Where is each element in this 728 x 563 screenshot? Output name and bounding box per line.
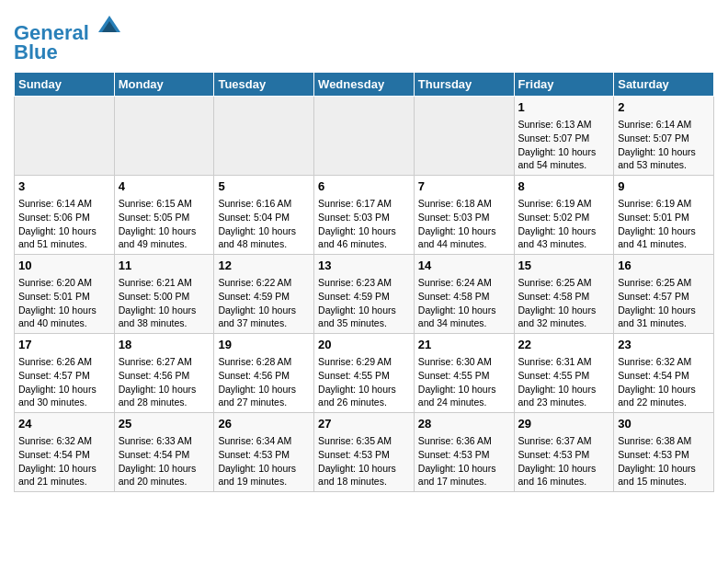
day-info: Daylight: 10 hours and 30 minutes. <box>18 383 110 409</box>
calendar-week-row: 1Sunrise: 6:13 AMSunset: 5:07 PMDaylight… <box>15 97 714 176</box>
day-number: 16 <box>618 258 710 274</box>
day-number: 12 <box>218 258 310 274</box>
day-number: 6 <box>318 178 410 195</box>
day-number: 26 <box>218 416 310 432</box>
logo: General Blue <box>14 14 122 64</box>
day-info: Sunset: 4:56 PM <box>119 369 210 383</box>
day-info: Sunrise: 6:29 AM <box>318 355 410 369</box>
day-number: 29 <box>518 416 610 432</box>
weekday-header: Friday <box>514 73 614 97</box>
calendar-cell: 24Sunrise: 6:32 AMSunset: 4:54 PMDayligh… <box>15 412 115 491</box>
day-info: Sunrise: 6:34 AM <box>218 434 310 448</box>
calendar-week-row: 10Sunrise: 6:20 AMSunset: 5:01 PMDayligh… <box>15 255 714 334</box>
calendar-cell: 18Sunrise: 6:27 AMSunset: 4:56 PMDayligh… <box>114 334 214 413</box>
calendar-cell: 27Sunrise: 6:35 AMSunset: 4:53 PMDayligh… <box>314 412 415 491</box>
day-number: 17 <box>18 337 110 353</box>
calendar-cell: 20Sunrise: 6:29 AMSunset: 4:55 PMDayligh… <box>314 334 415 413</box>
calendar-cell: 21Sunrise: 6:30 AMSunset: 4:55 PMDayligh… <box>414 334 514 413</box>
calendar-cell <box>414 97 514 176</box>
day-info: Sunset: 5:01 PM <box>618 211 710 224</box>
day-info: Sunset: 5:03 PM <box>318 211 410 224</box>
calendar-cell: 17Sunrise: 6:26 AMSunset: 4:57 PMDayligh… <box>15 334 115 413</box>
day-info: Sunset: 4:53 PM <box>518 448 610 462</box>
day-info: Daylight: 10 hours and 17 minutes. <box>418 462 510 488</box>
day-info: Sunrise: 6:33 AM <box>119 434 210 448</box>
calendar-cell: 3Sunrise: 6:14 AMSunset: 5:06 PMDaylight… <box>15 176 115 255</box>
day-number: 22 <box>518 337 610 353</box>
day-number: 27 <box>318 416 410 432</box>
day-info: Daylight: 10 hours and 48 minutes. <box>218 224 310 251</box>
day-info: Sunrise: 6:24 AM <box>418 276 510 290</box>
day-info: Daylight: 10 hours and 23 minutes. <box>518 383 610 409</box>
day-info: Sunrise: 6:27 AM <box>119 355 210 369</box>
day-info: Daylight: 10 hours and 44 minutes. <box>418 224 510 251</box>
day-info: Daylight: 10 hours and 27 minutes. <box>218 383 310 409</box>
calendar-cell: 25Sunrise: 6:33 AMSunset: 4:54 PMDayligh… <box>114 412 214 491</box>
day-number: 20 <box>318 337 410 353</box>
day-info: Daylight: 10 hours and 28 minutes. <box>119 383 210 409</box>
weekday-header: Tuesday <box>214 73 314 97</box>
calendar-cell: 15Sunrise: 6:25 AMSunset: 4:58 PMDayligh… <box>514 255 614 334</box>
day-info: Sunset: 4:59 PM <box>218 290 310 304</box>
day-info: Sunrise: 6:18 AM <box>418 197 510 211</box>
day-number: 1 <box>518 99 610 116</box>
day-info: Sunrise: 6:23 AM <box>318 276 410 290</box>
calendar-cell: 10Sunrise: 6:20 AMSunset: 5:01 PMDayligh… <box>15 255 115 334</box>
calendar-cell: 30Sunrise: 6:38 AMSunset: 4:53 PMDayligh… <box>614 412 714 491</box>
day-number: 23 <box>618 337 710 353</box>
day-number: 24 <box>18 416 110 432</box>
calendar-cell: 13Sunrise: 6:23 AMSunset: 4:59 PMDayligh… <box>314 255 415 334</box>
weekday-header: Sunday <box>15 73 115 97</box>
weekday-header: Thursday <box>414 73 514 97</box>
day-number: 5 <box>218 178 310 195</box>
day-info: Sunrise: 6:22 AM <box>218 276 310 290</box>
day-number: 4 <box>119 178 210 195</box>
day-info: Sunset: 4:55 PM <box>418 369 510 383</box>
calendar-cell: 29Sunrise: 6:37 AMSunset: 4:53 PMDayligh… <box>514 412 614 491</box>
day-info: Sunrise: 6:25 AM <box>618 276 710 290</box>
day-info: Daylight: 10 hours and 21 minutes. <box>18 462 110 488</box>
day-info: Daylight: 10 hours and 24 minutes. <box>418 383 510 409</box>
day-info: Sunset: 4:55 PM <box>318 369 410 383</box>
day-info: Sunset: 4:55 PM <box>518 369 610 383</box>
day-info: Sunrise: 6:38 AM <box>618 434 710 448</box>
day-info: Sunset: 4:54 PM <box>119 448 210 462</box>
calendar-cell <box>114 97 214 176</box>
calendar-cell: 4Sunrise: 6:15 AMSunset: 5:05 PMDaylight… <box>114 176 214 255</box>
day-info: Daylight: 10 hours and 22 minutes. <box>618 383 710 409</box>
day-info: Sunrise: 6:13 AM <box>518 118 610 132</box>
day-number: 30 <box>618 416 710 432</box>
day-info: Daylight: 10 hours and 53 minutes. <box>618 145 710 172</box>
calendar-cell: 2Sunrise: 6:14 AMSunset: 5:07 PMDaylight… <box>614 97 714 176</box>
day-info: Sunrise: 6:25 AM <box>518 276 610 290</box>
day-number: 21 <box>418 337 510 353</box>
day-info: Daylight: 10 hours and 20 minutes. <box>119 462 210 488</box>
day-info: Sunset: 4:57 PM <box>618 290 710 304</box>
day-info: Sunset: 4:54 PM <box>618 369 710 383</box>
calendar-cell: 8Sunrise: 6:19 AMSunset: 5:02 PMDaylight… <box>514 176 614 255</box>
day-number: 28 <box>418 416 510 432</box>
calendar-cell: 26Sunrise: 6:34 AMSunset: 4:53 PMDayligh… <box>214 412 314 491</box>
day-info: Sunset: 4:53 PM <box>618 448 710 462</box>
calendar-cell: 11Sunrise: 6:21 AMSunset: 5:00 PMDayligh… <box>114 255 214 334</box>
day-info: Daylight: 10 hours and 37 minutes. <box>218 304 310 330</box>
day-info: Sunset: 4:57 PM <box>18 369 110 383</box>
day-info: Sunset: 4:59 PM <box>318 290 410 304</box>
day-info: Sunset: 5:06 PM <box>18 211 110 224</box>
calendar-cell: 9Sunrise: 6:19 AMSunset: 5:01 PMDaylight… <box>614 176 714 255</box>
day-info: Sunset: 5:07 PM <box>518 132 610 145</box>
day-number: 10 <box>18 258 110 274</box>
day-info: Sunrise: 6:16 AM <box>218 197 310 211</box>
day-info: Sunset: 4:54 PM <box>18 448 110 462</box>
weekday-header: Monday <box>114 73 214 97</box>
day-number: 8 <box>518 178 610 195</box>
day-number: 18 <box>119 337 210 353</box>
calendar-week-row: 3Sunrise: 6:14 AMSunset: 5:06 PMDaylight… <box>15 176 714 255</box>
day-number: 14 <box>418 258 510 274</box>
day-info: Daylight: 10 hours and 19 minutes. <box>218 462 310 488</box>
day-info: Sunrise: 6:14 AM <box>18 197 110 211</box>
calendar-cell: 12Sunrise: 6:22 AMSunset: 4:59 PMDayligh… <box>214 255 314 334</box>
day-info: Sunrise: 6:26 AM <box>18 355 110 369</box>
calendar-cell: 19Sunrise: 6:28 AMSunset: 4:56 PMDayligh… <box>214 334 314 413</box>
day-info: Sunset: 4:53 PM <box>318 448 410 462</box>
